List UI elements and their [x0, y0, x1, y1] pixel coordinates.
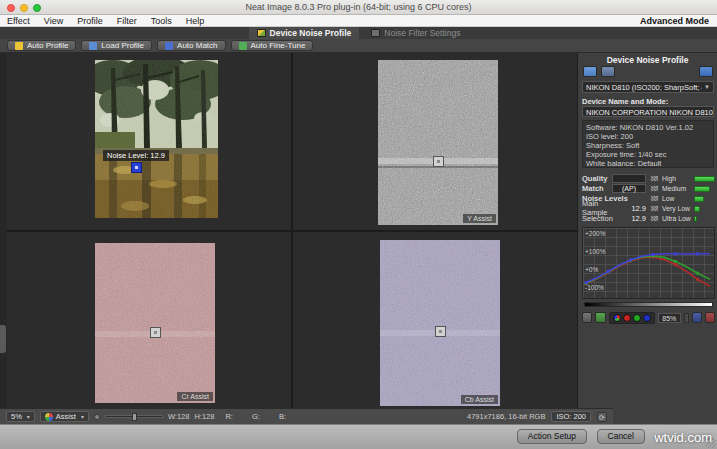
device-name-label: Device Name and Mode:: [582, 97, 668, 106]
preview-cr-channel[interactable]: Cr Assist: [95, 243, 215, 403]
title-bar: Neat Image 8.0.3 Pro plug-in (64-bit; us…: [0, 0, 717, 15]
chevron-down-icon: ▾: [81, 412, 84, 422]
device-name-value: NIKON CORPORATION NIKON D810: [582, 106, 714, 117]
open-profile-icon[interactable]: [583, 66, 597, 77]
auto-fine-tune-button[interactable]: Auto Fine-Tune: [231, 40, 314, 51]
curves-icon[interactable]: [595, 312, 605, 323]
selection-value: 12.9: [613, 214, 646, 223]
profile-select-value: NIKON D810 (ISO200; SharpSoft; 4791x7186…: [586, 83, 702, 92]
green-channel-curve: [586, 256, 710, 284]
action-bar: Action Setup Cancel wtvid.com: [0, 424, 717, 449]
image-info-group: 4791x7186, 16-bit RGB ISO: 200 ⟳: [467, 411, 607, 422]
graph-ylabel-neg100: -100%: [585, 284, 604, 291]
profile-select[interactable]: NIKON D810 (ISO200; SharpSoft; 4791x7186…: [582, 81, 714, 93]
window-title: Neat Image 8.0.3 Pro plug-in (64-bit; us…: [0, 2, 717, 12]
photo-selection-marker[interactable]: [131, 162, 142, 173]
undo-icon[interactable]: [692, 312, 702, 323]
info-iso: ISO level: 200: [586, 132, 710, 141]
blue-channel-button[interactable]: [643, 314, 651, 322]
red-channel-button[interactable]: [623, 314, 631, 322]
cb-selection-marker[interactable]: [435, 326, 446, 337]
info-exposure: Exposure time: 1/40 sec: [586, 150, 710, 159]
freq-row-low: Low: [650, 193, 716, 203]
freq-low-label: Low: [662, 195, 691, 202]
preview-viewer: Noise Level: 12.9 Y Assist Cr Assist: [7, 53, 577, 408]
tab-device-noise-profile[interactable]: Device Noise Profile: [249, 27, 360, 39]
quality-label: Quality: [582, 174, 612, 183]
cr-selection-marker[interactable]: [150, 327, 161, 338]
noise-sample-icon: [650, 205, 659, 212]
auto-profile-icon: [15, 42, 23, 50]
noise-sample-icon: [650, 175, 659, 182]
freq-medium-bar: [694, 186, 710, 192]
assist-label: Assist: [56, 412, 76, 422]
advanced-mode-label: Advanced Mode: [640, 16, 717, 26]
save-profile-icon[interactable]: [601, 66, 615, 77]
pixel-b: B:: [279, 412, 286, 421]
match-value-box: (AP): [612, 184, 646, 193]
freq-row-medium: Medium: [650, 183, 716, 193]
info-sharpness: Sharpness: Soft: [586, 141, 710, 150]
menu-profile[interactable]: Profile: [70, 16, 110, 26]
y-selection-marker[interactable]: [433, 156, 444, 167]
rgb-channel-button[interactable]: [613, 314, 621, 322]
preview-cb-channel[interactable]: Cb Assist: [380, 240, 500, 406]
profile-options-icon[interactable]: [699, 66, 713, 77]
freq-row-high: High: [650, 173, 716, 183]
menu-help[interactable]: Help: [179, 16, 212, 26]
assist-icon: [45, 413, 53, 421]
menu-filter[interactable]: Filter: [110, 16, 144, 26]
zoom-level-value: 5%: [11, 412, 22, 422]
equalizer-stepper[interactable]: [684, 313, 688, 323]
action-setup-button[interactable]: Action Setup: [517, 429, 587, 444]
preview-photo[interactable]: Noise Level: 12.9: [95, 60, 218, 218]
cancel-button[interactable]: Cancel: [597, 429, 645, 444]
auto-fine-tune-icon: [239, 42, 247, 50]
zoom-level-select[interactable]: 5% ▾: [6, 411, 35, 422]
chevron-down-icon: ▾: [27, 412, 30, 422]
tab-device-label: Device Noise Profile: [270, 28, 352, 38]
auto-profile-label: Auto Profile: [27, 41, 68, 50]
preview-y-channel[interactable]: Y Assist: [378, 60, 498, 225]
cb-noise-texture: [380, 240, 500, 406]
refresh-icon[interactable]: ⟳: [597, 412, 607, 422]
device-noise-profile-panel: Device Noise Profile NIKON D810 (ISO200;…: [577, 53, 717, 424]
reset-icon[interactable]: [705, 312, 715, 323]
pixel-r: R:: [225, 412, 233, 421]
selection-label: Selection: [582, 214, 613, 223]
green-channel-button[interactable]: [633, 314, 641, 322]
load-profile-label: Load Profile: [101, 41, 144, 50]
info-white-balance: White balance: Default: [586, 159, 710, 168]
menu-view[interactable]: View: [37, 16, 70, 26]
equalizer-value-field[interactable]: 85%: [658, 313, 681, 323]
menu-bar: Effect View Profile Filter Tools Help Ad…: [0, 15, 717, 27]
probe-icon[interactable]: [94, 414, 100, 420]
auto-match-label: Auto Match: [177, 41, 217, 50]
tab-noise-filter-settings[interactable]: Noise Filter Settings: [363, 27, 468, 39]
left-panel-handle[interactable]: [0, 325, 6, 353]
panel-title: Device Noise Profile: [578, 55, 717, 65]
assist-button[interactable]: Assist ▾: [40, 411, 89, 422]
noise-sample-icon: [650, 185, 659, 192]
load-profile-button[interactable]: Load Profile: [81, 40, 152, 51]
auto-match-button[interactable]: Auto Match: [157, 40, 225, 51]
slider-handle[interactable]: [132, 413, 137, 421]
iso-value: ISO: 200: [556, 412, 586, 422]
auto-profile-button[interactable]: Auto Profile: [7, 40, 76, 51]
selection-size-slider[interactable]: [105, 415, 163, 418]
profile-toolbar: Auto Profile Load Profile Auto Match Aut…: [0, 39, 717, 53]
viewer-divider-horizontal: [7, 230, 577, 232]
cb-assist-label: Cb Assist: [461, 395, 498, 404]
selection-width: W:128: [168, 412, 190, 421]
histogram-icon[interactable]: [582, 312, 592, 323]
noise-level-tooltip: Noise Level: 12.9: [103, 150, 169, 161]
equalizer-graph[interactable]: +200% +100% +0% -100%: [582, 227, 715, 299]
tone-gradient-bar: [584, 302, 713, 307]
status-bar: 5% ▾ Assist ▾ W:128 H:128 R: G: B: 4791x…: [0, 408, 613, 424]
menu-effect[interactable]: Effect: [0, 16, 37, 26]
info-software: Software: NIKON D810 Ver.1.02: [586, 123, 710, 132]
menu-tools[interactable]: Tools: [144, 16, 179, 26]
freq-very-low-label: Very Low: [662, 205, 691, 212]
freq-row-ultra-low: Ultra Low: [650, 213, 716, 223]
equalizer-controls: 85%: [582, 311, 715, 324]
